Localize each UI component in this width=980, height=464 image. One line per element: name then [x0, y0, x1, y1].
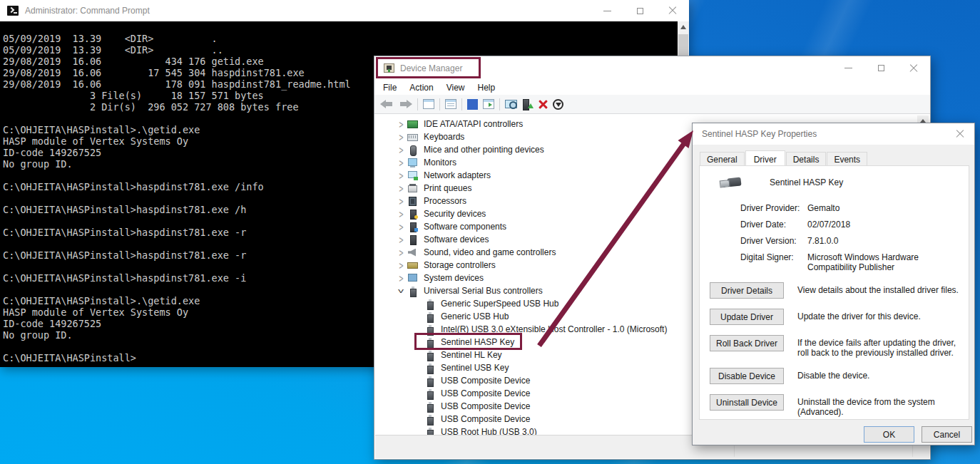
usb-icon — [424, 364, 435, 373]
driver-info-row: Driver Version: 7.81.0.0 — [740, 236, 969, 246]
tree-item-label: Security devices — [422, 209, 487, 219]
close-button[interactable] — [897, 56, 930, 80]
monitor-icon — [407, 158, 418, 167]
driver-action-row: Uninstall Device Uninstall the device fr… — [710, 394, 969, 417]
minimize-button[interactable] — [832, 56, 864, 80]
field-value: 7.81.0.0 — [807, 236, 963, 246]
driver-action-row: Disable Device Disable the device. — [710, 368, 969, 384]
chevron-icon[interactable] — [395, 249, 407, 257]
back-icon[interactable] — [380, 100, 394, 108]
ide-controller-icon — [407, 120, 418, 129]
usb-icon — [424, 376, 435, 386]
usb-icon — [424, 402, 435, 411]
maximize-button[interactable] — [864, 56, 897, 80]
show-console-tree-icon[interactable] — [423, 99, 434, 109]
chevron-icon[interactable] — [395, 172, 407, 180]
forward-icon[interactable] — [399, 100, 412, 108]
scan-hardware-changes-icon[interactable] — [505, 100, 517, 108]
command-prompt-titlebar[interactable]: Administrator: Command Prompt — [0, 0, 689, 21]
usb-icon — [424, 428, 435, 435]
keyboard-icon — [407, 133, 418, 142]
usb-icon — [424, 415, 435, 424]
tree-item-label: Print queues — [422, 183, 473, 193]
maximize-button[interactable] — [623, 0, 656, 21]
chevron-icon[interactable] — [395, 146, 407, 154]
uninstall-device-button[interactable]: Uninstall Device — [710, 394, 784, 411]
tree-item-label: USB Composite Device — [439, 401, 531, 411]
driver-details-button[interactable]: Driver Details — [710, 282, 784, 299]
system-device-icon — [407, 274, 418, 283]
update-driver-icon[interactable] — [522, 99, 534, 109]
chevron-icon[interactable] — [395, 133, 407, 141]
action-description: Uninstall the device from the system (Ad… — [797, 394, 967, 417]
chevron-icon[interactable] — [395, 210, 407, 218]
menu-file[interactable]: File — [377, 81, 403, 94]
chevron-icon[interactable] — [395, 223, 407, 231]
cancel-button[interactable]: Cancel — [922, 426, 972, 443]
annotation-box-sentinel-hasp-key — [414, 333, 522, 350]
disable-device-button[interactable]: Disable Device — [710, 368, 784, 384]
driver-info-row: Driver Provider: Gemalto — [740, 203, 969, 213]
tree-item-label: Mice and other pointing devices — [422, 145, 546, 155]
driver-action-row: Roll Back Driver If the device fails aft… — [710, 335, 969, 358]
field-value: 02/07/2018 — [807, 220, 963, 230]
tree-item-label: USB Root Hub (USB 3.0) — [439, 427, 539, 435]
disable-device-icon[interactable] — [553, 99, 563, 110]
minimize-button[interactable] — [591, 0, 623, 21]
chevron-icon[interactable] — [395, 197, 407, 205]
field-value: Microsoft Windows Hardware Compatibility… — [807, 252, 963, 272]
tree-item-label: Generic USB Hub — [439, 311, 510, 321]
close-icon — [668, 6, 677, 15]
dialog-title: Sentinel HASP Key Properties — [702, 129, 817, 139]
update-driver-button[interactable]: Update Driver — [710, 309, 784, 325]
driver-action-row: Driver Details View details about the in… — [710, 282, 969, 299]
chevron-icon[interactable] — [395, 262, 407, 269]
uninstall-device-icon[interactable] — [539, 100, 548, 109]
tree-item-label: Keyboards — [422, 132, 466, 142]
toolbar-separator[interactable] — [461, 98, 462, 110]
chevron-icon[interactable] — [395, 236, 407, 244]
usb-key-icon — [719, 177, 741, 187]
toolbar-separator[interactable] — [417, 98, 418, 110]
menu-action[interactable]: Action — [403, 81, 439, 94]
action-description: View details about the installed driver … — [797, 282, 967, 295]
chevron-icon[interactable] — [395, 159, 407, 167]
close-button[interactable] — [946, 123, 974, 145]
menu-view[interactable]: View — [440, 81, 471, 94]
close-icon — [909, 64, 918, 73]
usb-icon — [424, 351, 435, 360]
driver-tab-page: Sentinel HASP Key Driver Provider: Gemal… — [699, 165, 969, 420]
sentinel-hasp-key-properties-dialog: Sentinel HASP Key Properties GeneralDriv… — [692, 123, 975, 445]
processor-icon — [407, 197, 418, 206]
field-label: Driver Date: — [740, 220, 807, 230]
tree-item-label: Sentinel HL Key — [439, 350, 504, 360]
chevron-icon[interactable] — [395, 120, 407, 128]
chevron-icon[interactable] — [395, 287, 407, 295]
usb-icon — [424, 312, 435, 321]
close-icon — [956, 130, 964, 138]
action-pane-icon[interactable] — [483, 99, 494, 109]
command-prompt-title: Administrator: Command Prompt — [25, 6, 150, 16]
tree-item-label: IDE ATA/ATAPI controllers — [422, 119, 524, 129]
dialog-titlebar[interactable]: Sentinel HASP Key Properties — [693, 123, 974, 145]
field-label: Driver Provider: — [740, 203, 807, 213]
driver-actions: Driver Details View details about the in… — [710, 282, 969, 417]
toolbar-separator[interactable] — [499, 98, 500, 110]
tree-item-label: Generic SuperSpeed USB Hub — [439, 299, 560, 309]
action-description: Update the driver for this device. — [797, 309, 967, 321]
close-button[interactable] — [656, 0, 689, 21]
annotation-box-device-manager-title — [376, 57, 481, 78]
scroll-up-icon[interactable] — [680, 25, 686, 29]
properties-icon[interactable] — [445, 99, 456, 109]
tree-item-label: Sound, video and game controllers — [422, 247, 557, 257]
chevron-icon[interactable] — [395, 274, 407, 282]
ok-button[interactable]: OK — [864, 426, 914, 443]
storage-controller-icon — [407, 261, 418, 270]
tree-item-label: USB Composite Device — [439, 414, 531, 424]
toolbar-separator[interactable] — [439, 98, 440, 110]
help-icon[interactable] — [467, 99, 478, 110]
chevron-icon[interactable] — [395, 185, 407, 192]
menu-help[interactable]: Help — [471, 81, 502, 94]
printer-icon — [407, 184, 418, 193]
roll-back-driver-button[interactable]: Roll Back Driver — [710, 335, 784, 351]
